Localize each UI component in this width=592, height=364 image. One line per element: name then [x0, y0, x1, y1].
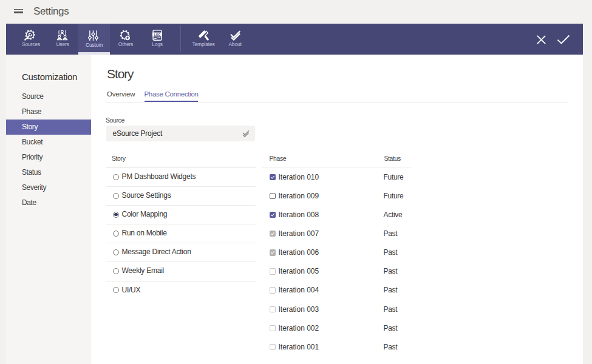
svg-text:LOG: LOG	[154, 33, 161, 36]
